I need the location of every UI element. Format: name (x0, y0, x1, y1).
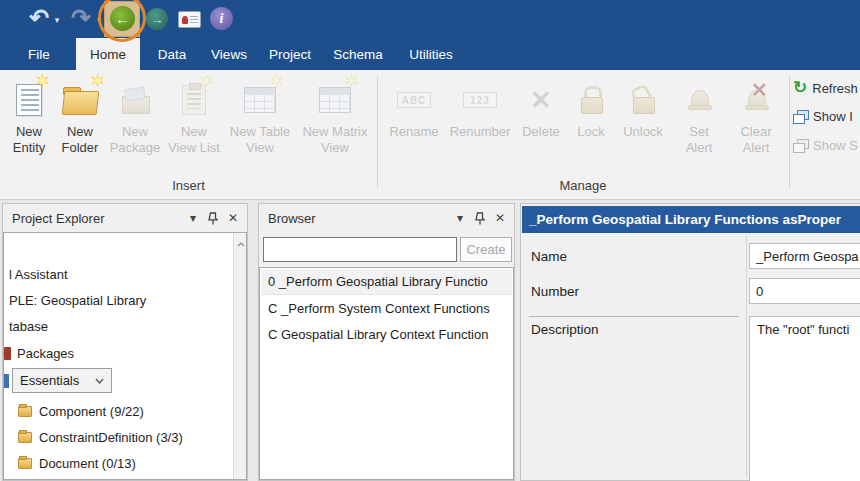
tab-schema[interactable]: Schema (326, 38, 390, 70)
tree-item-function[interactable]: Function (5/27) (4, 477, 232, 480)
tab-utilities[interactable]: Utilities (398, 38, 464, 70)
tree-item-packages[interactable]: Packages (4, 341, 232, 365)
browser-panel: Browser ▾ ✕ Create 0 _Perform Geospatial… (258, 203, 515, 481)
lock-icon (579, 78, 603, 122)
refresh-button[interactable]: ↻ Refresh (793, 77, 858, 99)
delete-icon: ✕ (530, 78, 552, 122)
pin-icon[interactable] (203, 204, 223, 232)
panel-menu-icon[interactable]: ▾ (450, 204, 470, 232)
button-label: Delete (522, 124, 560, 140)
new-view-list-button: NewView List (164, 74, 224, 172)
new-view-list-icon (182, 78, 206, 122)
tab-home[interactable]: Home (76, 38, 140, 70)
rename-button: ABC Rename (384, 74, 444, 172)
windows-icon (793, 110, 808, 123)
tab-data[interactable]: Data (148, 38, 196, 70)
vertical-scrollbar[interactable] (233, 233, 246, 479)
show-s-button: Show S (793, 134, 858, 156)
renumber-button: 123 Renumber (444, 74, 516, 172)
unlock-button: Unlock (616, 74, 670, 172)
panel-splitter[interactable] (248, 203, 258, 481)
sparkle-icon (91, 74, 104, 87)
new-entity-button[interactable]: NewEntity (4, 74, 54, 172)
rename-icon: ABC (397, 78, 431, 122)
browser-search-input[interactable] (263, 237, 457, 262)
tree-item-sample-library[interactable]: PLE: Geospatial Library (4, 288, 232, 312)
number-label: Number (531, 284, 579, 299)
chevron-down-icon (95, 378, 104, 384)
new-package-icon (119, 78, 151, 122)
tab-project[interactable]: Project (260, 38, 320, 70)
back-icon[interactable]: ← (110, 6, 135, 31)
button-label: NewEntity (13, 124, 46, 156)
divider (529, 316, 739, 317)
description-field[interactable]: The "root" functi (749, 316, 860, 481)
properties-header: _Perform Geospatial Library Functions as… (522, 206, 860, 233)
lock-button: Lock (568, 74, 614, 172)
model-assistant-icon[interactable] (178, 11, 201, 28)
project-explorer-tree: l Assistant PLE: Geospatial Library taba… (3, 232, 247, 480)
folder-icon (18, 432, 32, 443)
folder-icon (18, 458, 32, 469)
undo-icon[interactable]: ↶ (26, 4, 52, 32)
essentials-dropdown[interactable]: Essentials (12, 368, 112, 393)
show-button[interactable]: Show I (793, 105, 853, 127)
redo-dropdown-icon[interactable]: ▾ (94, 14, 104, 26)
tab-views[interactable]: Views (202, 38, 256, 70)
new-table-view-button: New TableView (224, 74, 296, 172)
button-label: New MatrixView (302, 124, 367, 156)
name-label: Name (531, 249, 567, 264)
set-alert-icon (688, 78, 710, 122)
button-label: Lock (577, 124, 604, 140)
tab-file[interactable]: File (16, 38, 62, 70)
tree-item-document[interactable]: Document (0/13) (4, 451, 232, 475)
list-item[interactable]: 0 _Perform Geospatial Library Functio (261, 269, 512, 295)
button-label: SetAlert (686, 124, 713, 156)
new-matrix-view-icon (319, 78, 351, 122)
undo-dropdown-icon[interactable]: ▾ (52, 14, 62, 26)
list-item[interactable]: C _Perform System Context Functions (261, 295, 512, 321)
delete-button: ✕ Delete (516, 74, 566, 172)
tree-item-database[interactable]: tabase (4, 314, 232, 338)
button-label: Unlock (623, 124, 663, 140)
refresh-icon: ↻ (793, 80, 807, 96)
button-label: New TableView (230, 124, 290, 156)
create-button: Create (460, 237, 512, 262)
clear-alert-button: ✕ ClearAlert (728, 74, 784, 172)
sparkle-icon (270, 74, 283, 87)
browser-list: 0 _Perform Geospatial Library Functio C … (259, 267, 514, 480)
new-matrix-view-button: New MatrixView (296, 74, 374, 172)
group-separator (377, 76, 378, 188)
folder-icon (18, 406, 32, 417)
group-label-insert: Insert (0, 178, 377, 193)
redo-icon[interactable]: ↷ (68, 4, 94, 32)
info-icon[interactable]: i (210, 7, 233, 30)
close-icon[interactable]: ✕ (490, 204, 510, 232)
close-icon[interactable]: ✕ (223, 204, 243, 232)
panel-menu-icon[interactable]: ▾ (183, 204, 203, 232)
tree-item-component[interactable]: Component (9/22) (4, 399, 232, 423)
unlock-icon (631, 78, 655, 122)
forward-icon[interactable]: → (146, 8, 168, 30)
tree-item-assistant[interactable]: l Assistant (4, 262, 232, 286)
windows-icon (793, 139, 808, 152)
button-label: NewView List (168, 124, 220, 156)
scroll-up-icon[interactable] (237, 242, 245, 247)
new-package-button: NewPackage (106, 74, 164, 172)
name-field[interactable] (749, 243, 860, 269)
new-table-view-icon (244, 78, 276, 122)
clear-alert-icon: ✕ (745, 78, 767, 122)
title-bar: ↶ ▾ ↷ ▾ ← → i (0, 0, 860, 38)
button-label: NewFolder (62, 124, 99, 156)
button-label: Renumber (450, 124, 511, 140)
tree-item-constraintdefinition[interactable]: ConstraintDefinition (3/3) (4, 425, 232, 449)
package-icon (4, 347, 11, 360)
list-item[interactable]: C Geospatial Library Context Function (261, 321, 512, 347)
group-separator (789, 76, 790, 188)
set-alert-button: SetAlert (672, 74, 726, 172)
number-field[interactable] (749, 278, 860, 304)
application-window: ↶ ▾ ↷ ▾ ← → i File Home Data Views Proje… (0, 0, 860, 481)
pin-icon[interactable] (470, 204, 490, 232)
column-separator (746, 236, 747, 478)
new-folder-button[interactable]: NewFolder (56, 74, 104, 172)
